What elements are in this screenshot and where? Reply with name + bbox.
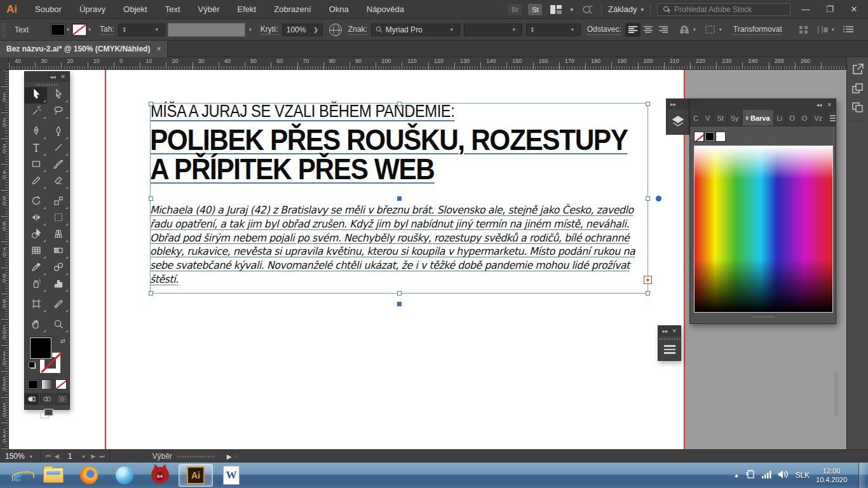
align-right-button[interactable] [656, 23, 671, 37]
selection-handle[interactable] [149, 196, 153, 201]
expand-panel-icon[interactable]: ▸▸ [662, 328, 668, 334]
taskbar-illustrator-button[interactable]: Ai [179, 464, 213, 487]
fill-stroke-indicator[interactable]: ⇄ [25, 336, 69, 377]
rotate-tool[interactable] [25, 194, 47, 210]
menu-item-vyber[interactable]: Výběr [189, 4, 229, 14]
selection-handle[interactable] [397, 102, 402, 106]
pathfinder-panel-icon[interactable] [847, 98, 868, 117]
magic-wand-tool[interactable] [25, 104, 47, 120]
close-tab-icon[interactable]: × [156, 44, 161, 53]
font-family-field[interactable]: Myriad Pro ▾ [371, 24, 460, 36]
selection-handle[interactable] [397, 291, 402, 295]
color-spectrum[interactable] [694, 146, 833, 313]
shaper-tool[interactable] [25, 173, 47, 190]
screen-mode-button[interactable] [40, 409, 54, 421]
vertical-ruler[interactable]: 01 02 03 04 05 06 07 08 09 01 0 01 1 01 … [0, 70, 9, 449]
none-button[interactable] [55, 379, 67, 390]
draw-behind-mode-button[interactable] [40, 393, 54, 405]
paragraph-label[interactable]: Odstavec: [587, 25, 621, 35]
chevron-down-icon[interactable]: ▾ [30, 454, 32, 459]
panel-grip[interactable] [1, 22, 6, 37]
selection-handle[interactable] [646, 102, 650, 106]
adobe-stock-search[interactable]: Prohledat Adobe Stock [657, 3, 790, 16]
lasso-tool[interactable] [47, 104, 69, 120]
taskbar-irfanview-button[interactable]: 64 [143, 464, 177, 487]
selection-handle[interactable] [646, 196, 650, 201]
panel-resize-handle[interactable] [834, 372, 838, 416]
panel-tab-vz-8[interactable]: Vz [811, 110, 826, 126]
chevron-down-icon[interactable]: ▾ [82, 454, 85, 459]
text-frame-selection[interactable]: + [150, 103, 648, 294]
panel-tab-o-6[interactable]: O [786, 110, 799, 126]
swatch-black[interactable] [705, 132, 715, 142]
center-point-handle[interactable] [397, 196, 402, 201]
swatch-white[interactable] [715, 132, 726, 142]
stepper-icon[interactable]: ▲▼ [531, 27, 534, 33]
menu-item-napoveda[interactable]: Nápověda [358, 4, 413, 14]
restore-button[interactable]: ❐ [821, 4, 839, 14]
font-style-field[interactable]: ▾ [464, 24, 522, 36]
panel-tab-st-2[interactable]: St [714, 110, 727, 126]
perspective-grid-tool[interactable] [47, 227, 69, 243]
battery-icon[interactable] [745, 470, 756, 481]
clock[interactable]: 12:0010.4.2020 [816, 466, 852, 484]
chevron-down-icon[interactable]: ▾ [88, 27, 91, 32]
expand-panel-icon[interactable]: ▸▸ [670, 101, 676, 107]
document-setup-icon[interactable] [329, 24, 342, 36]
stroke-weight-field[interactable]: ▲▼ ▾ [118, 24, 165, 36]
below-frame-handle[interactable] [397, 302, 402, 306]
menu-item-okna[interactable]: Okna [320, 4, 358, 14]
envelope-distort-icon[interactable] [679, 25, 690, 35]
selection-handle[interactable] [149, 102, 153, 106]
menu-item-text[interactable]: Text [156, 4, 189, 14]
align-left-button[interactable] [625, 23, 641, 37]
swap-fill-stroke-icon[interactable]: ⇄ [60, 337, 65, 344]
prev-artboard-icon[interactable]: ◀ [55, 453, 59, 459]
rectangle-tool[interactable] [25, 157, 47, 173]
bounding-box-icon[interactable] [705, 25, 716, 35]
stroke-weight-label[interactable]: Tah: [100, 25, 114, 35]
workspace-switcher[interactable]: Základy▾ [608, 4, 644, 14]
scale-tool[interactable] [47, 194, 69, 210]
volume-icon[interactable] [778, 470, 789, 481]
last-artboard-icon[interactable]: ⏭ [99, 453, 104, 460]
blend-tool[interactable] [47, 260, 69, 276]
direct-selection-tool[interactable] [47, 87, 69, 104]
swatch-none[interactable] [694, 132, 704, 142]
chevron-down-icon[interactable]: ▾ [513, 27, 515, 32]
selection-tool[interactable] [25, 87, 47, 104]
zoom-tool[interactable] [47, 317, 69, 334]
panel-menu-icon[interactable] [658, 341, 681, 354]
text-overflow-indicator[interactable]: + [644, 276, 652, 284]
show-desktop-button[interactable] [858, 463, 865, 488]
fill-color-swatch[interactable] [50, 24, 65, 36]
width-tool[interactable] [25, 210, 47, 227]
side-widget-handle[interactable] [656, 196, 661, 201]
first-artboard-icon[interactable]: ⏮ [46, 453, 51, 460]
gradient-button[interactable] [41, 379, 53, 390]
chevron-down-icon[interactable]: ▾ [693, 27, 696, 32]
zoom-control[interactable]: 150% ▾ [0, 450, 40, 463]
document-tab[interactable]: Bez názvu-2.ai* @ 150% (CMYK/Náhled) × [0, 41, 168, 57]
chevron-down-icon[interactable]: ▾ [451, 27, 453, 32]
panel-tab-c-0[interactable]: C [690, 110, 702, 126]
stock-button[interactable]: St [528, 4, 542, 15]
next-artboard-icon[interactable]: ▶ [91, 453, 95, 459]
taskbar-file-explorer-button[interactable] [36, 464, 71, 487]
arrange-documents-icon[interactable] [550, 5, 562, 14]
menu-item-soubor[interactable]: Soubor [26, 4, 71, 14]
menu-item-zobrazeni[interactable]: Zobrazení [265, 4, 320, 14]
paintbrush-tool[interactable] [47, 157, 69, 173]
font-size-field[interactable]: ▲▼ ▾ [526, 24, 581, 36]
slice-tool[interactable] [47, 297, 69, 313]
column-graph-tool[interactable] [47, 276, 69, 293]
artboards-panel-icon[interactable] [847, 79, 868, 98]
menu-item-efekt[interactable]: Efekt [229, 4, 266, 14]
panel-tab-o-7[interactable]: O [799, 110, 811, 126]
layers-panel-icon[interactable] [667, 109, 689, 133]
artboard-tool[interactable] [25, 297, 47, 313]
close-button[interactable]: ✕ [845, 4, 863, 14]
character-label[interactable]: Znak: [348, 25, 367, 35]
panel-tab-v-1[interactable]: V [702, 110, 714, 126]
free-transform-tool[interactable] [47, 210, 69, 227]
